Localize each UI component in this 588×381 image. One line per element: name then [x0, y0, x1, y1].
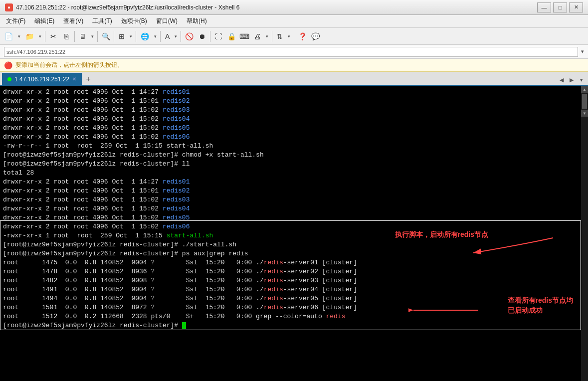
tab-menu-button[interactable]: ▾	[577, 75, 586, 85]
globe-dropdown-arrow[interactable]: ▾	[152, 30, 158, 42]
print-btn-group: 🖨 ▾	[251, 30, 270, 42]
menu-tabs[interactable]: 选项卡(B)	[117, 16, 151, 27]
toolbar-sep-10	[294, 31, 294, 42]
redis-highlight: redis	[264, 295, 283, 302]
print-button[interactable]: 🖨	[251, 30, 263, 42]
terminal-line: root 1491 0.0 0.8 140852 9004 ? Ssl 15:2…	[3, 285, 585, 294]
redis-highlight: redis	[264, 277, 283, 284]
menu-bar: 文件(F) 编辑(E) 查看(V) 工具(T) 选项卡(B) 窗口(W) 帮助(…	[0, 15, 588, 28]
minimize-button[interactable]: —	[537, 2, 551, 12]
transfer-dropdown-arrow[interactable]: ▾	[286, 30, 292, 42]
tab-label: 1 47.106.219.251:22	[14, 76, 69, 83]
address-input[interactable]	[4, 47, 578, 57]
menu-help[interactable]: 帮助(H)	[183, 16, 211, 27]
tab-prev-button[interactable]: ◀	[557, 75, 566, 85]
address-bar: ▾	[0, 45, 588, 59]
terminal-line: -rw-r--r-- 1 root root 259 Oct 1 15:15 s…	[3, 142, 585, 151]
terminal-line: [root@izwz9ef5sjam9pvfyiz26lz redis-clus…	[3, 240, 585, 249]
redis-highlight: redis	[326, 313, 346, 320]
terminal-line: drwxr-xr-x 2 root root 4096 Oct 1 14:27 …	[3, 178, 585, 187]
terminal-wrapper[interactable]: drwxr-xr-x 2 root root 4096 Oct 1 14:27 …	[0, 86, 588, 381]
menu-window[interactable]: 窗口(W)	[152, 16, 182, 27]
terminal-line: -rwxr-xr-x 1 root root 259 Oct 1 15:15 s…	[3, 231, 585, 240]
copy-button[interactable]: ⎘	[60, 30, 72, 42]
terminal-line: total 28	[3, 169, 585, 178]
terminal-line: [root@izwz9ef5sjam9pvfyiz26lz redis-clus…	[3, 151, 585, 160]
toolbar-sep-7	[181, 31, 181, 42]
terminal-line: drwxr-xr-x 2 root root 4096 Oct 1 15:01 …	[3, 97, 585, 106]
address-dropdown-arrow[interactable]: ▾	[581, 48, 584, 55]
toolbar-sep-1	[45, 31, 45, 42]
tab-status-icon	[7, 77, 11, 81]
toolbar-sep-8	[210, 31, 210, 42]
transfer-button[interactable]: ⇅	[274, 30, 285, 42]
terminal[interactable]: drwxr-xr-x 2 root root 4096 Oct 1 14:27 …	[0, 86, 588, 332]
screen-dropdown-arrow[interactable]: ▾	[128, 30, 134, 42]
new-tab-button[interactable]: +	[83, 74, 94, 85]
search-button[interactable]: 🔍	[100, 30, 112, 42]
tab-nav: ◀ ▶ ▾	[557, 75, 586, 85]
terminal-line: drwxr-xr-x 2 root root 4096 Oct 1 15:02 …	[3, 124, 585, 133]
fullscreen-button[interactable]: ⛶	[212, 30, 224, 42]
terminal-line: root 1512 0.0 0.2 112668 2328 pts/0 S+ 1…	[3, 312, 585, 321]
folder-dropdown-arrow[interactable]: ▾	[37, 30, 43, 42]
info-button[interactable]: 💬	[309, 30, 321, 42]
folder-main-button[interactable]: 📁	[23, 30, 36, 42]
stop-button[interactable]: 🚫	[183, 30, 195, 42]
terminal-line: root 1478 0.0 0.8 140852 8936 ? Ssl 15:2…	[3, 267, 585, 276]
connect-button[interactable]: 🖥	[77, 30, 89, 42]
scroll-down-button[interactable]: ▼	[581, 110, 588, 117]
menu-tools[interactable]: 工具(T)	[88, 16, 116, 27]
main-area: drwxr-xr-x 2 root root 4096 Oct 1 14:27 …	[0, 86, 588, 381]
font-dropdown-arrow[interactable]: ▾	[173, 30, 179, 42]
screen-btn-group: ⊞ ▾	[116, 30, 134, 42]
new-main-button[interactable]: 📄	[2, 30, 15, 42]
new-dropdown-arrow[interactable]: ▾	[16, 30, 22, 42]
close-button[interactable]: ✕	[569, 2, 583, 12]
toolbar-sep-2	[74, 31, 75, 42]
terminal-line: root 1501 0.0 0.8 140852 8972 ? Ssl 15:2…	[3, 303, 585, 312]
toolbar-sep-4	[114, 31, 114, 42]
globe-btn-group: 🌐 ▾	[138, 30, 158, 42]
title-bar: 47.106.219.251:22 - root@izwz9ef5sjam9pv…	[0, 0, 588, 15]
keyboard-button[interactable]: ⌨	[238, 30, 250, 42]
terminal-line: drwxr-xr-x 2 root root 4096 Oct 1 15:01 …	[3, 187, 585, 195]
print-dropdown-arrow[interactable]: ▾	[264, 30, 270, 42]
menu-view[interactable]: 查看(V)	[59, 16, 87, 27]
tab-close-button[interactable]: ✕	[72, 76, 76, 82]
screen-button[interactable]: ⊞	[116, 30, 127, 42]
menu-file[interactable]: 文件(F)	[2, 16, 29, 27]
globe-button[interactable]: 🌐	[138, 30, 152, 42]
new-btn-group: 📄 ▾	[2, 30, 22, 42]
tab-next-button[interactable]: ▶	[567, 75, 576, 85]
toolbar-sep-3	[97, 31, 98, 42]
terminal-line: drwxr-xr-x 2 root root 4096 Oct 1 15:02 …	[3, 133, 585, 142]
lock-button[interactable]: 🔒	[225, 30, 237, 42]
help-button[interactable]: ❓	[296, 30, 308, 42]
terminal-scrollbar[interactable]: ▲ ▼	[581, 86, 588, 381]
terminal-line: root 1494 0.0 0.8 140852 9004 ? Ssl 15:2…	[3, 294, 585, 303]
toolbar-sep-5	[136, 31, 136, 42]
terminal-line: drwxr-xr-x 2 root root 4096 Oct 1 15:02 …	[3, 195, 585, 204]
app-icon	[5, 3, 13, 11]
maximize-button[interactable]: □	[553, 2, 567, 12]
title-text: 47.106.219.251:22 - root@izwz9ef5sjam9pv…	[16, 4, 537, 11]
terminal-line: root 1482 0.0 0.8 140852 9008 ? Ssl 15:2…	[3, 276, 585, 285]
terminal-line: drwxr-xr-x 2 root root 4096 Oct 1 15:02 …	[3, 204, 585, 213]
record-button[interactable]: ⏺	[196, 30, 208, 42]
connect-dropdown-arrow[interactable]: ▾	[89, 30, 95, 42]
connect-btn-group: 🖥 ▾	[77, 30, 95, 42]
cut-button[interactable]: ✂	[47, 30, 59, 42]
terminal-line: [root@izwz9ef5sjam9pvfyiz26lz redis-clus…	[3, 160, 585, 169]
toolbar-sep-9	[272, 31, 272, 42]
info-bar: 🔴 要添加当前会话，点击左侧的箭头按钮。	[0, 59, 588, 72]
terminal-cursor	[182, 322, 186, 329]
folder-btn-group: 📁 ▾	[23, 30, 43, 42]
window-controls: — □ ✕	[537, 2, 583, 12]
scroll-up-button[interactable]: ▲	[581, 86, 588, 93]
session-tab[interactable]: 1 47.106.219.251:22 ✕	[2, 73, 82, 85]
font-button[interactable]: A	[163, 30, 172, 42]
tab-bar: 1 47.106.219.251:22 ✕ + ◀ ▶ ▾	[0, 72, 588, 86]
scroll-thumb[interactable]	[582, 94, 587, 109]
menu-edit[interactable]: 编辑(E)	[30, 16, 58, 27]
